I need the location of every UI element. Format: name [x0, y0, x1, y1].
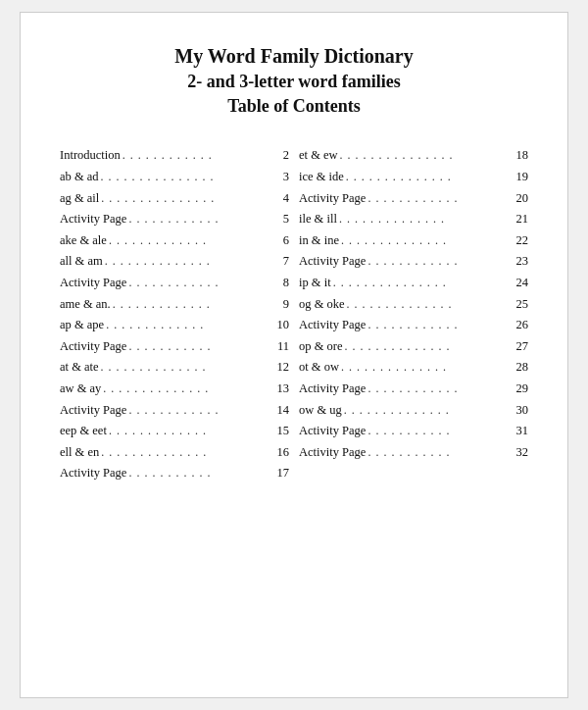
toc-label: Activity Page [299, 422, 366, 440]
toc-entry: ame & an.. . . . . . . . . . . . .9 [60, 295, 289, 315]
toc-page-number: 18 [516, 146, 529, 165]
toc-label: aw & ay [60, 380, 101, 398]
toc-entry: Activity Page. . . . . . . . . . .32 [299, 443, 528, 463]
toc-entry: Activity Page. . . . . . . . . . .31 [299, 422, 528, 441]
toc-entry: ow & ug. . . . . . . . . . . . . .30 [299, 401, 528, 421]
toc-entry: ap & ape. . . . . . . . . . . . .10 [60, 316, 289, 335]
toc-entry: in & ine. . . . . . . . . . . . . .22 [299, 231, 528, 251]
toc-page-number: 16 [277, 443, 290, 462]
toc-entry: et & ew. . . . . . . . . . . . . . .18 [299, 146, 528, 166]
toc-dots: . . . . . . . . . . . . . . [345, 295, 516, 315]
toc-entry: ake & ale. . . . . . . . . . . . .6 [60, 231, 289, 251]
toc-page-number: 9 [283, 295, 289, 314]
toc-page-number: 2 [283, 146, 289, 165]
toc-page-number: 29 [516, 380, 529, 398]
toc-dots: . . . . . . . . . . . . [126, 210, 282, 229]
toc-dots: . . . . . . . . . . . . [366, 252, 515, 272]
toc-label: op & ore [299, 337, 342, 356]
toc-page-number: 32 [516, 443, 529, 462]
toc-label: ip & it [299, 274, 331, 292]
toc-page-number: 5 [283, 210, 289, 228]
toc-label: ow & ug [299, 401, 342, 420]
toc-entry: ell & en. . . . . . . . . . . . . .16 [60, 443, 289, 463]
toc-label: in & ine [299, 231, 339, 250]
toc-page-number: 28 [516, 358, 529, 377]
toc-dots: . . . . . . . . . . . . . . [337, 210, 516, 229]
toc-page-number: 21 [516, 210, 529, 228]
toc-page-number: 31 [516, 422, 529, 440]
toc-label: Activity Page [299, 252, 366, 271]
toc-label: Activity Page [299, 189, 366, 208]
toc-entry: ag & ail. . . . . . . . . . . . . . .4 [60, 189, 289, 209]
toc-page-number: 12 [277, 358, 290, 377]
toc-label: ot & ow [299, 358, 339, 377]
toc-entry: Activity Page. . . . . . . . . . . .8 [60, 274, 289, 293]
toc-page-number: 25 [516, 295, 529, 314]
toc-page-number: 22 [516, 231, 529, 250]
toc-dots: . . . . . . . . . . . . . . [101, 380, 276, 399]
toc-page-number: 4 [283, 189, 289, 208]
toc-entry: Activity Page. . . . . . . . . . . .14 [60, 401, 289, 421]
toc-dots: . . . . . . . . . . . . [366, 316, 515, 335]
toc-dots: . . . . . . . . . . . . [121, 146, 283, 166]
toc-dots: . . . . . . . . . . . . . [107, 231, 283, 251]
toc-page-number: 24 [516, 274, 529, 292]
toc-dots: . . . . . . . . . . . [366, 422, 515, 441]
toc-column-right: et & ew. . . . . . . . . . . . . . .18ic… [299, 146, 528, 668]
toc-entry: Activity Page. . . . . . . . . . . .23 [299, 252, 528, 272]
toc-dots: . . . . . . . . . . . . . . . [331, 274, 516, 293]
toc-page-number: 13 [277, 380, 290, 398]
toc-dots: . . . . . . . . . . . . . [107, 422, 277, 441]
toc-entry: Activity Page. . . . . . . . . . . .20 [299, 189, 528, 209]
toc-entry: eep & eet. . . . . . . . . . . . .15 [60, 422, 289, 441]
toc-dots: . . . . . . . . . . . . . . . [99, 189, 282, 209]
toc-entry: aw & ay. . . . . . . . . . . . . .13 [60, 380, 289, 399]
toc-page-number: 19 [516, 168, 529, 186]
toc-entry: at & ate. . . . . . . . . . . . . .12 [60, 358, 289, 378]
title-line1: My Word Family Dictionary [60, 42, 528, 70]
toc-label: ab & ad [60, 168, 99, 186]
toc-label: Introduction [60, 146, 121, 165]
title-line3: Table of Contents [60, 94, 528, 119]
title-line2: 2- and 3-letter word families [60, 70, 528, 94]
toc-dots: . . . . . . . . . . . . . . [99, 358, 277, 378]
toc-dots: . . . . . . . . . . . . . . . [338, 146, 516, 166]
toc-dots: . . . . . . . . . . . . . [111, 295, 283, 315]
toc-label: ell & en [60, 443, 99, 462]
toc-entry: ab & ad. . . . . . . . . . . . . . .3 [60, 168, 289, 187]
toc-label: Activity Page [60, 401, 126, 420]
toc-label: at & ate [60, 358, 99, 377]
toc-label: Activity Page [60, 337, 126, 356]
toc-page-number: 20 [516, 189, 529, 208]
toc-label: eep & eet [60, 422, 107, 440]
toc-dots: . . . . . . . . . . . [366, 443, 515, 463]
toc-page-number: 8 [283, 274, 289, 292]
toc-dots: . . . . . . . . . . . . [126, 274, 282, 293]
toc-entry: Activity Page. . . . . . . . . . . .5 [60, 210, 289, 229]
toc-entry: ile & ill. . . . . . . . . . . . . .21 [299, 210, 528, 229]
page: My Word Family Dictionary 2- and 3-lette… [20, 12, 568, 698]
toc-dots: . . . . . . . . . . . . [366, 380, 515, 399]
toc-entry: Activity Page. . . . . . . . . . . .29 [299, 380, 528, 399]
toc-dots: . . . . . . . . . . . [126, 337, 277, 357]
toc-entry: Activity Page. . . . . . . . . . .17 [60, 464, 289, 483]
toc-label: Activity Page [299, 380, 366, 398]
toc-dots: . . . . . . . . . . . . . . [342, 337, 515, 357]
toc-dots: . . . . . . . . . . . . . . . [99, 168, 283, 187]
toc-page-number: 27 [516, 337, 529, 356]
toc-container: Introduction. . . . . . . . . . . .2ab &… [60, 146, 528, 668]
toc-dots: . . . . . . . . . . . . . . [342, 401, 516, 421]
toc-entry: ice & ide. . . . . . . . . . . . . .19 [299, 168, 528, 187]
toc-dots: . . . . . . . . . . . . [366, 189, 515, 209]
toc-page-number: 30 [516, 401, 529, 420]
toc-label: Activity Page [60, 274, 126, 292]
toc-dots: . . . . . . . . . . . . . . [103, 252, 283, 272]
title-section: My Word Family Dictionary 2- and 3-lette… [60, 42, 528, 119]
toc-label: ice & ide [299, 168, 344, 186]
toc-page-number: 3 [283, 168, 289, 186]
toc-entry: ip & it. . . . . . . . . . . . . . .24 [299, 274, 528, 293]
toc-page-number: 6 [283, 231, 289, 250]
toc-dots: . . . . . . . . . . . . . . [339, 358, 516, 378]
toc-label: ap & ape [60, 316, 104, 334]
toc-label: Activity Page [60, 210, 126, 228]
